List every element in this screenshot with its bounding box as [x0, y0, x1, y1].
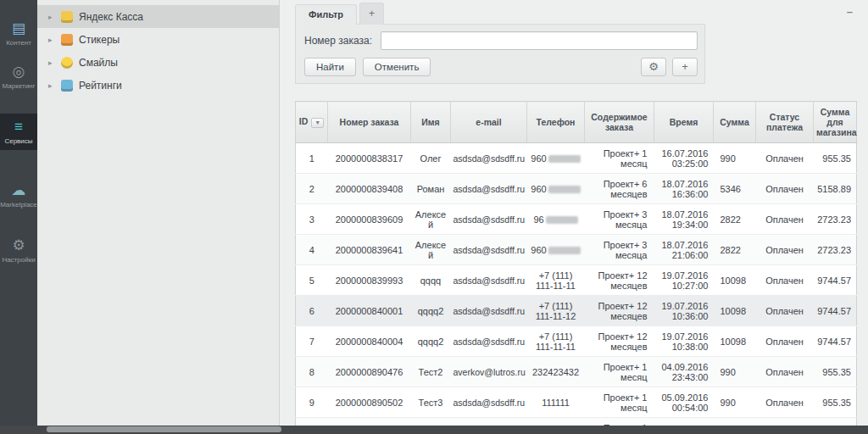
- cell-name: Алексей: [411, 204, 451, 235]
- column-header-shop-sum[interactable]: Сумма для магазина: [814, 102, 857, 143]
- menu-item-label: Смайлы: [79, 57, 118, 69]
- sidebar-item-content[interactable]: ▤Контент: [0, 15, 37, 52]
- cell-shop-sum: 955.35: [814, 143, 857, 174]
- cell-phone: +7 (111) 111-11-11: [527, 265, 585, 296]
- cell-order-number: 2000000839993: [328, 265, 411, 296]
- cell-order-number: 2000000840004: [328, 326, 411, 357]
- horizontal-scrollbar[interactable]: [0, 426, 868, 434]
- cell-order-number: 2000000840001: [328, 296, 411, 326]
- cell-shop-sum: 5158.89: [814, 174, 857, 204]
- orders-table-header-row: ID▼Номер заказаИмяe-mailТелефонСодержимо…: [296, 102, 857, 143]
- cell-id: 4: [296, 235, 328, 265]
- column-header-name[interactable]: Имя: [411, 102, 451, 143]
- cell-name: Тест3: [411, 387, 451, 418]
- column-header-sum[interactable]: Сумма: [714, 102, 756, 143]
- table-row[interactable]: 62000000840001qqqq2asdsda@sdsdff.ru+7 (1…: [296, 296, 857, 326]
- cell-email: asdsda@sdsdff.ru: [451, 326, 527, 357]
- expand-arrow-icon[interactable]: ▸: [48, 81, 59, 90]
- table-row[interactable]: 32000000839609Алексейasdsda@sdsdff.ru96П…: [296, 204, 857, 235]
- app-root: ▤Контент◎Маркетинг≡Сервисы☁Marketplace⚙Н…: [0, 0, 868, 434]
- cell-time: 18.07.2016 16:36:00: [654, 174, 714, 204]
- gear-icon: ⚙: [648, 60, 659, 73]
- cell-order-number: 2000000839609: [328, 204, 411, 235]
- order-number-input[interactable]: [381, 31, 698, 50]
- sidebar-item-services[interactable]: ≡Сервисы: [0, 114, 37, 150]
- sidebar-item-marketplace[interactable]: ☁Marketplace: [0, 177, 37, 214]
- sidebar-item-label: Настройки: [2, 256, 35, 264]
- menu-item-stickers[interactable]: ▸Стикеры: [37, 28, 279, 51]
- table-row[interactable]: 72000000840004qqqq2asdsda@sdsdff.ru+7 (1…: [296, 326, 857, 357]
- expand-arrow-icon[interactable]: ▸: [48, 36, 59, 44]
- plus-icon: +: [682, 60, 688, 73]
- cell-id: 8: [296, 357, 328, 387]
- tab-filter[interactable]: Фильтр: [295, 4, 357, 25]
- redacted-phone: [546, 216, 578, 224]
- cell-order-number: 2000000839641: [328, 235, 411, 265]
- cell-name: Роман: [411, 174, 451, 204]
- cell-order-content: Проект+ 1 месяц: [585, 357, 654, 387]
- menu-item-ratings[interactable]: ▸Рейтинги: [37, 74, 279, 97]
- cell-email: averkov@lutros.ru: [451, 357, 527, 387]
- cell-order-number: 2000000890502: [328, 387, 411, 418]
- sidebar-item-settings[interactable]: ⚙Настройки: [0, 232, 37, 269]
- cell-phone: +7 (111) 111-11-11: [527, 326, 585, 357]
- cell-shop-sum: 9744.57: [814, 296, 857, 326]
- column-header-time[interactable]: Время: [654, 102, 714, 143]
- filter-tabbar: Фильтр + –: [295, 3, 856, 25]
- table-row[interactable]: 22000000839408Романasdsda@sdsdff.ru960Пр…: [296, 174, 857, 204]
- cell-order-content: Проект+ 12 месяцев: [585, 265, 654, 296]
- column-header-order-content[interactable]: Содержимое заказа: [585, 102, 654, 143]
- cell-email: asdsda@sdsdff.ru: [451, 204, 527, 235]
- cell-sum: 10098: [714, 265, 756, 296]
- column-header-payment-status[interactable]: Статус платежа: [756, 102, 814, 143]
- services-icon: ≡: [14, 120, 23, 135]
- horizontal-scrollbar-thumb[interactable]: [47, 426, 281, 432]
- add-filter-field-button[interactable]: +: [672, 58, 698, 76]
- column-header-id[interactable]: ID▼: [296, 102, 328, 143]
- minimize-filter-button[interactable]: –: [843, 5, 856, 18]
- settings-icon: ⚙: [12, 238, 25, 253]
- cell-sum: 2822: [714, 235, 756, 265]
- yandex-kassa-icon: [61, 11, 73, 23]
- find-button[interactable]: Найти: [304, 58, 356, 76]
- cell-phone: 960: [527, 235, 585, 265]
- menu-item-smiles[interactable]: ▸Смайлы: [37, 51, 279, 74]
- column-header-order-number[interactable]: Номер заказа: [328, 102, 411, 143]
- sidebar-item-label: Marketplace: [0, 201, 37, 209]
- expand-arrow-icon[interactable]: ▸: [48, 58, 59, 67]
- add-filter-tab-button[interactable]: +: [359, 3, 384, 25]
- table-row[interactable]: 82000000890476Тест2averkov@lutros.ru2324…: [296, 357, 857, 387]
- column-header-email[interactable]: e-mail: [451, 102, 527, 143]
- cell-email: asdsda@sdsdff.ru: [451, 143, 527, 174]
- cell-order-content: Проект+ 1 месяц: [585, 387, 654, 418]
- cell-time: 04.09.2016 23:43:00: [654, 357, 714, 387]
- table-row[interactable]: 52000000839993qqqqasdsda@sdsdff.ru+7 (11…: [296, 265, 857, 296]
- cell-phone: 111111: [527, 387, 585, 418]
- cell-time: 18.07.2016 19:34:00: [654, 204, 714, 235]
- sidebar-item-label: Сервисы: [4, 137, 32, 145]
- content-icon: ▤: [12, 21, 25, 36]
- table-row[interactable]: 92000000890502Тест3asdsda@sdsdff.ru11111…: [296, 387, 857, 418]
- cell-time: 16.07.2016 03:25:00: [654, 143, 714, 174]
- sort-dropdown-icon[interactable]: ▼: [311, 118, 324, 128]
- menu-item-yandex-kassa[interactable]: ▸Яндекс Касса: [37, 5, 279, 28]
- cell-name: Олег: [411, 143, 451, 174]
- redacted-phone: [548, 186, 581, 193]
- table-row[interactable]: 42000000839641Алексейasdsda@sdsdff.ru960…: [296, 235, 857, 265]
- cell-order-content: Проект+ 12 месяцев: [585, 296, 654, 326]
- cancel-button[interactable]: Отменить: [363, 58, 431, 76]
- cell-email: asdsda@sdsdff.ru: [451, 174, 527, 204]
- filter-settings-button[interactable]: ⚙: [641, 58, 666, 76]
- cell-order-content: Проект+ 3 месяца: [585, 204, 654, 235]
- cell-order-content: Проект+ 3 месяца: [585, 235, 654, 265]
- column-header-phone[interactable]: Телефон: [527, 102, 585, 143]
- cell-phone: +7 (111) 111-11-12: [527, 296, 585, 326]
- sidebar-item-marketing[interactable]: ◎Маркетинг: [0, 58, 37, 95]
- table-row[interactable]: 12000000838317Олегasdsda@sdsdff.ru960Про…: [296, 143, 857, 174]
- expand-arrow-icon[interactable]: ▸: [48, 13, 59, 21]
- cell-id: 2: [296, 174, 328, 204]
- cell-email: asdsda@sdsdff.ru: [451, 387, 527, 418]
- cell-shop-sum: 9744.57: [814, 326, 857, 357]
- cell-sum: 10098: [714, 296, 756, 326]
- order-number-label: Номер заказа:: [304, 35, 372, 47]
